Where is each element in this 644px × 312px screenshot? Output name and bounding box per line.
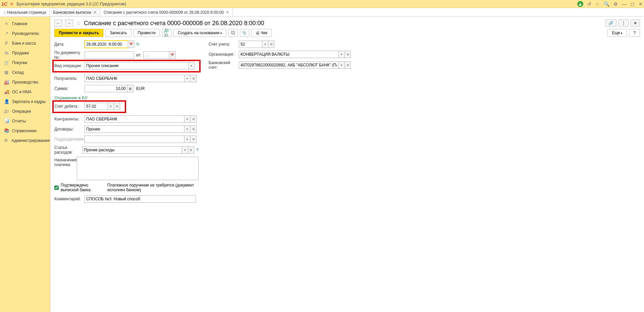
sidebar-item-payroll[interactable]: 👤Зарплата и кадры xyxy=(0,97,50,106)
tab-close-icon[interactable]: ✕ xyxy=(226,10,229,15)
close-icon[interactable]: ✕ xyxy=(639,1,643,7)
ruble-icon: ₽ xyxy=(4,41,9,46)
recipient-input[interactable] xyxy=(85,75,184,82)
org-input[interactable] xyxy=(239,51,339,58)
highlight-debit: Счет дебета: ▾ ⧉ xyxy=(52,100,126,113)
chevron-down-icon[interactable]: ▾ xyxy=(262,41,268,48)
subdivision-input[interactable] xyxy=(85,136,184,143)
post-button[interactable]: Провести xyxy=(133,29,160,37)
sidebar-item-reports[interactable]: 📊Отчеты xyxy=(0,116,50,126)
chevron-down-icon[interactable]: ▾ xyxy=(182,146,188,154)
back-button[interactable]: ← xyxy=(54,19,62,27)
open-icon[interactable]: ⧉ xyxy=(191,136,197,143)
tree-icon[interactable]: ⿻ xyxy=(228,29,238,37)
account-input[interactable] xyxy=(239,41,262,48)
tab-withdrawal[interactable]: Списание с расчетного счета 0000-000008 … xyxy=(100,8,233,16)
close-doc-icon[interactable]: ✕ xyxy=(631,19,640,27)
dtkt-icon[interactable]: ДтКт xyxy=(162,29,171,37)
date-input[interactable] xyxy=(85,41,128,48)
attach-icon[interactable]: 📎 xyxy=(240,29,249,37)
open-icon[interactable]: ⧉ xyxy=(268,41,274,48)
bankacc-input[interactable] xyxy=(239,61,339,69)
list-icon: ≡ xyxy=(4,21,9,26)
sidebar-item-assets[interactable]: 🚚ОС и НМА xyxy=(0,87,50,97)
post-close-button[interactable]: Провести и закрыть xyxy=(54,29,103,37)
subdivision-label: Подразделение: xyxy=(54,137,85,142)
sidebar-item-bank[interactable]: ₽Банк и касса xyxy=(0,38,50,48)
chevron-down-icon[interactable]: ▾ xyxy=(184,136,191,143)
bankacc-label: Банковский счет: xyxy=(209,60,239,70)
calc-icon[interactable]: ▦ xyxy=(127,85,133,92)
tab-close-icon[interactable]: ✕ xyxy=(93,10,97,15)
help-link[interactable]: ? xyxy=(196,148,199,152)
app-title: Бухгалтерия предприятия, редакция 3.0 (1… xyxy=(16,2,577,6)
open-icon[interactable]: ⧉ xyxy=(188,146,194,154)
tab-label: Банковские выписки xyxy=(53,10,91,15)
create-based-button[interactable]: Создать на основании xyxy=(173,29,226,37)
open-icon[interactable]: ⧉ xyxy=(114,103,120,110)
chevron-down-icon[interactable]: ▾ xyxy=(184,125,191,133)
chevron-down-icon[interactable]: ▾ xyxy=(184,115,191,123)
from-date-input[interactable] xyxy=(143,51,169,59)
save-button[interactable]: Записать xyxy=(105,29,131,37)
history-icon[interactable]: ↺ xyxy=(587,1,591,7)
sidebar-item-warehouse[interactable]: ▦Склад xyxy=(0,67,50,77)
amount-input[interactable] xyxy=(85,85,127,92)
open-icon[interactable]: ⧉ xyxy=(191,75,197,82)
tab-home-label: Начальная страница xyxy=(7,10,46,15)
chevron-down-icon[interactable]: ▾ xyxy=(108,103,114,110)
chevron-down-icon[interactable]: ▾ xyxy=(189,62,195,69)
expense-input[interactable] xyxy=(82,146,182,154)
open-icon[interactable]: ⧉ xyxy=(345,61,351,69)
person-icon: 👤 xyxy=(4,99,9,104)
contracts-input[interactable] xyxy=(85,125,184,133)
sidebar-item-production[interactable]: 🏭Производство xyxy=(0,77,50,87)
counterparties-input[interactable] xyxy=(85,115,184,123)
minimize-icon[interactable]: — xyxy=(622,1,627,7)
tab-bar: ⌂ Начальная страница Банковские выписки … xyxy=(0,8,644,17)
docnum-input[interactable] xyxy=(85,51,134,59)
tab-bank-statements[interactable]: Банковские выписки ✕ xyxy=(50,8,100,16)
help-button[interactable]: ? xyxy=(629,29,640,37)
open-icon[interactable]: ⧉ xyxy=(191,115,197,123)
refresh-icon[interactable]: ↻ xyxy=(136,42,140,47)
confirmed-checkbox[interactable] xyxy=(54,186,59,190)
search-icon[interactable]: 🔍 xyxy=(604,1,609,7)
link-icon[interactable]: 🔗 xyxy=(605,19,616,27)
truck-icon: 🚚 xyxy=(4,89,9,94)
date-label: Дата: xyxy=(54,42,85,47)
sidebar-item-sales[interactable]: 🛍Продажи xyxy=(0,48,50,58)
open-icon[interactable]: ⧉ xyxy=(345,51,351,58)
calendar-icon[interactable]: 📅 xyxy=(169,51,175,59)
menu-icon[interactable]: ≡ xyxy=(10,1,13,7)
books-icon: 📚 xyxy=(4,128,9,133)
sidebar-item-catalogs[interactable]: 📚Справочники xyxy=(0,126,50,136)
notification-icon[interactable]: ▲ xyxy=(577,1,583,7)
expense-label: Статья расходов: xyxy=(54,145,82,155)
forward-button[interactable]: → xyxy=(65,19,73,27)
sidebar-label: Зарплата и кадры xyxy=(12,99,46,104)
optype-input[interactable] xyxy=(85,62,189,69)
chevron-down-icon[interactable]: ▾ xyxy=(339,51,345,58)
settings-icon[interactable]: ⚙ xyxy=(613,1,618,7)
open-icon[interactable]: ⧉ xyxy=(191,125,197,133)
sidebar-item-operations[interactable]: ДтОперации xyxy=(0,106,50,116)
comment-input[interactable] xyxy=(85,195,196,203)
debit-input[interactable] xyxy=(85,103,108,110)
sidebar-item-admin[interactable]: ⚙Администрирование xyxy=(0,136,50,145)
favorite-icon[interactable]: ☆ xyxy=(76,19,81,27)
calendar-icon[interactable]: 📅 xyxy=(128,41,134,48)
doc-header: ← → ☆ Списание с расчетного счета 0000-0… xyxy=(54,19,640,27)
chevron-down-icon[interactable]: ▾ xyxy=(184,75,191,82)
sidebar-item-main[interactable]: ≡Главное xyxy=(0,19,50,29)
check-button[interactable]: 🖨 Чек xyxy=(251,29,272,37)
more-icon[interactable]: ⋮ xyxy=(619,19,629,27)
maximize-icon[interactable]: ◻ xyxy=(631,1,635,7)
star-icon[interactable]: ☆ xyxy=(595,1,600,7)
tab-home[interactable]: ⌂ Начальная страница xyxy=(0,8,50,16)
sidebar-item-purchases[interactable]: 🛒Покупки xyxy=(0,58,50,67)
chevron-down-icon[interactable]: ▾ xyxy=(339,61,345,69)
more-button[interactable]: Еще xyxy=(607,29,627,37)
sidebar-item-manager[interactable]: ↗Руководителю xyxy=(0,29,50,38)
purpose-textarea[interactable] xyxy=(77,157,199,180)
